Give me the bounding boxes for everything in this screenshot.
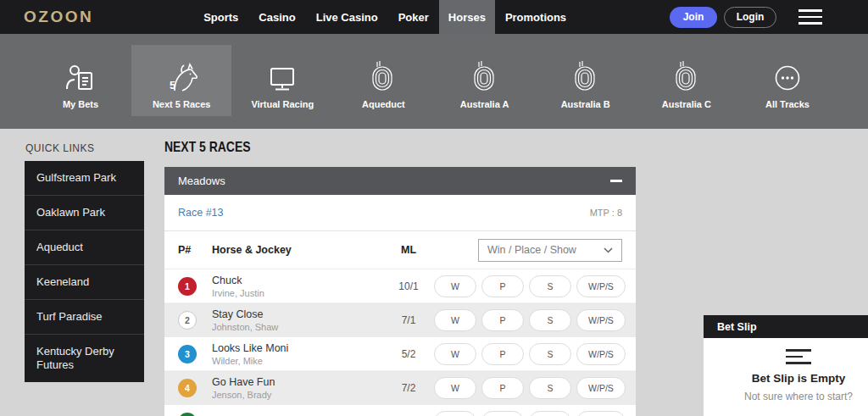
horse-name: Chuck bbox=[212, 275, 383, 286]
primary-nav: Sports Casino Live Casino Poker Horses P… bbox=[193, 0, 576, 34]
quick-link-turf-paradise[interactable]: Turf Paradise bbox=[25, 300, 144, 335]
chevron-down-icon bbox=[604, 247, 613, 253]
bet-win-button[interactable]: W bbox=[434, 411, 476, 416]
bet-place-button[interactable]: P bbox=[481, 377, 524, 399]
quick-link-aqueduct[interactable]: Aqueduct bbox=[25, 230, 144, 265]
track-bar-item-virtual-racing[interactable]: Virtual Racing bbox=[232, 45, 332, 116]
bet-win-button[interactable]: W bbox=[434, 377, 476, 399]
column-morning-line: ML bbox=[383, 244, 434, 256]
horse-head-icon: 5 bbox=[160, 53, 203, 93]
table-row: 2 Stay Close Johnston, Shaw 7/1 W P S W/… bbox=[164, 303, 636, 337]
quick-link-keeneland[interactable]: Keeneland bbox=[25, 265, 144, 300]
quick-links-panel: Gulfstream Park Oaklawn Park Aqueduct Ke… bbox=[25, 161, 144, 382]
bet-show-button[interactable]: S bbox=[529, 377, 571, 399]
page-title: NEXT 5 RACES bbox=[164, 139, 250, 156]
morning-line-odds: 10/1 bbox=[383, 280, 434, 292]
post-position-badge: 5 bbox=[178, 413, 197, 416]
quick-link-kentucky-derby-futures[interactable]: Kentucky Derby Futures bbox=[25, 335, 144, 382]
morning-line-odds: 7/2 bbox=[383, 382, 434, 394]
more-circle-icon bbox=[772, 53, 803, 93]
race-panel: Race #13 MTP : 8 P# Horse & Jockey ML Wi… bbox=[164, 195, 636, 416]
track-bar-item-my-bets[interactable]: My Bets bbox=[31, 45, 131, 116]
quick-link-gulfstream-park[interactable]: Gulfstream Park bbox=[25, 161, 144, 196]
track-bar-label: Virtual Racing bbox=[251, 99, 314, 109]
table-row: 5 Splendid W P S W/P/S bbox=[164, 405, 636, 416]
bet-wps-button[interactable]: W/P/S bbox=[576, 275, 626, 297]
brand-logo[interactable]: OZOON bbox=[24, 8, 93, 26]
bet-win-button[interactable]: W bbox=[434, 309, 476, 331]
mtp-label: MTP : 8 bbox=[590, 208, 622, 218]
bet-show-button[interactable]: S bbox=[529, 309, 571, 331]
bet-show-button[interactable]: S bbox=[529, 275, 571, 297]
bet-win-button[interactable]: W bbox=[434, 275, 476, 297]
post-position-badge: 2 bbox=[178, 311, 197, 330]
racetrack-icon bbox=[573, 53, 598, 93]
jockey-name: Johnston, Shaw bbox=[212, 322, 383, 332]
bet-slip-panel: Bet Slip Bet Slip is Empty Not sure wher… bbox=[704, 315, 868, 416]
racetrack-icon bbox=[674, 53, 699, 93]
track-bar-item-aqueduct[interactable]: Aqueduct bbox=[333, 45, 433, 116]
post-position-badge: 1 bbox=[178, 277, 197, 296]
track-bar-item-australia-c[interactable]: Australia C bbox=[637, 45, 737, 116]
track-panel-header[interactable]: Meadows bbox=[164, 167, 636, 195]
bet-slip-body: Bet Slip is Empty Not sure where to star… bbox=[704, 338, 868, 416]
nav-casino[interactable]: Casino bbox=[248, 0, 305, 34]
horse-name: Stay Close bbox=[212, 308, 383, 320]
bet-place-button[interactable]: P bbox=[481, 309, 524, 331]
bet-type-selected-value: Win / Place / Show bbox=[487, 244, 576, 256]
bet-type-dropdown[interactable]: Win / Place / Show bbox=[478, 239, 622, 262]
nav-promotions[interactable]: Promotions bbox=[495, 0, 576, 34]
join-button[interactable]: Join bbox=[670, 7, 717, 28]
track-bar-item-australia-b[interactable]: Australia B bbox=[536, 45, 636, 116]
page-body: QUICK LINKS Gulfstream Park Oaklawn Park… bbox=[0, 129, 868, 416]
monitor-icon bbox=[265, 53, 299, 93]
morning-line-odds: 7/1 bbox=[383, 314, 434, 326]
jockey-name: Wilder, Mike bbox=[212, 356, 383, 366]
app-root: OZOON Sports Casino Live Casino Poker Ho… bbox=[0, 0, 868, 416]
bet-wps-button[interactable]: W/P/S bbox=[576, 309, 626, 331]
post-position-badge: 3 bbox=[178, 345, 197, 363]
bet-show-button[interactable]: S bbox=[529, 343, 571, 365]
race-link[interactable]: Race #13 bbox=[178, 207, 224, 219]
login-button[interactable]: Login bbox=[724, 7, 776, 28]
nav-actions: Join Login bbox=[670, 0, 822, 34]
bet-place-button[interactable]: P bbox=[481, 411, 524, 416]
race-info-row: Race #13 MTP : 8 bbox=[164, 195, 636, 231]
track-bar-item-all-tracks[interactable]: All Tracks bbox=[737, 45, 837, 116]
table-row: 4 Go Have Fun Jenson, Brady 7/2 W P S W/… bbox=[164, 371, 636, 405]
quick-link-oaklawn-park[interactable]: Oaklawn Park bbox=[25, 196, 144, 230]
jockey-name: Irvine, Justin bbox=[212, 288, 383, 298]
bet-place-button[interactable]: P bbox=[481, 343, 524, 365]
table-row: 3 Looks Like Moni Wilder, Mike 5/2 W P S… bbox=[164, 337, 636, 371]
bet-slip-empty-title: Bet Slip is Empty bbox=[752, 372, 845, 385]
table-row: 1 Chuck Irvine, Justin 10/1 W P S W/P/S bbox=[164, 269, 636, 303]
track-bar-label: Australia B bbox=[561, 99, 610, 109]
bet-wps-button[interactable]: W/P/S bbox=[576, 343, 626, 365]
quick-links-title: QUICK LINKS bbox=[25, 142, 95, 154]
hamburger-menu-icon[interactable] bbox=[798, 9, 822, 25]
bet-slip-title: Bet Slip bbox=[717, 321, 757, 333]
track-bar-label: Australia A bbox=[460, 99, 509, 109]
my-bets-icon bbox=[64, 53, 97, 93]
morning-line-odds: 5/2 bbox=[383, 348, 434, 360]
bet-place-button[interactable]: P bbox=[481, 275, 524, 297]
bet-show-button[interactable]: S bbox=[529, 411, 571, 416]
track-bar-item-australia-a[interactable]: Australia A bbox=[435, 45, 535, 116]
nav-live-casino[interactable]: Live Casino bbox=[306, 0, 388, 34]
racetrack-icon bbox=[472, 53, 498, 93]
bet-win-button[interactable]: W bbox=[434, 343, 476, 365]
bet-wps-button[interactable]: W/P/S bbox=[576, 377, 626, 399]
bet-slip-empty-subtitle: Not sure where to start? bbox=[744, 391, 853, 402]
nav-sports[interactable]: Sports bbox=[193, 0, 248, 34]
track-bar-item-next-5-races[interactable]: 5 Next 5 Races bbox=[131, 45, 231, 116]
collapse-icon[interactable] bbox=[610, 180, 622, 182]
horse-name: Go Have Fun bbox=[212, 376, 383, 388]
top-nav: OZOON Sports Casino Live Casino Poker Ho… bbox=[0, 0, 868, 34]
track-panel-title: Meadows bbox=[178, 175, 225, 187]
svg-text:5: 5 bbox=[170, 79, 175, 92]
nav-horses[interactable]: Horses bbox=[439, 0, 495, 34]
horse-name: Looks Like Moni bbox=[212, 342, 383, 354]
bet-wps-button[interactable]: W/P/S bbox=[576, 411, 626, 416]
nav-poker[interactable]: Poker bbox=[388, 0, 439, 34]
track-bar-label: Aqueduct bbox=[362, 99, 405, 109]
